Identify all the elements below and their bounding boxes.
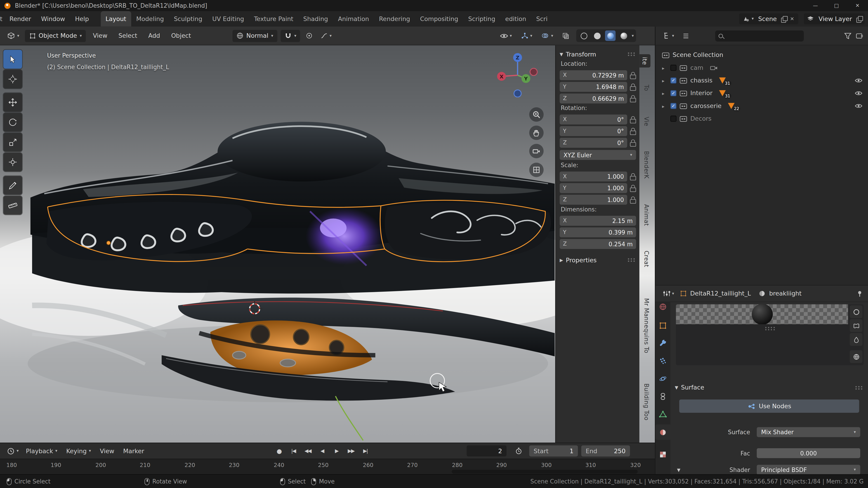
- rotation-mode-select[interactable]: XYZ Euler▾: [560, 150, 636, 160]
- current-frame-field[interactable]: 2: [467, 445, 506, 456]
- transform-orientation-select[interactable]: Normal ▾: [232, 30, 277, 42]
- gizmos-toggle-button[interactable]: ▾: [519, 30, 534, 42]
- breadcrumb-object-name[interactable]: DeltaR12_taillight_L: [690, 290, 751, 297]
- menu-marker[interactable]: Marker: [119, 447, 148, 455]
- maximize-button[interactable]: □: [826, 0, 847, 11]
- menu-select[interactable]: Select: [115, 32, 141, 39]
- shading-solid-button[interactable]: [592, 31, 602, 41]
- proportional-editing-button[interactable]: [304, 30, 315, 42]
- fac-value-field[interactable]: 0.000: [757, 448, 860, 458]
- lock-icon[interactable]: [629, 184, 636, 192]
- location-x-field[interactable]: X0.72929 m: [560, 70, 627, 80]
- workspace-tab-texture-paint[interactable]: Texture Paint: [249, 11, 298, 27]
- measure-tool[interactable]: [3, 196, 22, 215]
- workspace-tab-edition[interactable]: edition: [500, 11, 531, 27]
- menu-help[interactable]: Help: [70, 15, 94, 22]
- menu-object[interactable]: Object: [167, 32, 195, 39]
- new-collection-icon[interactable]: [856, 32, 864, 39]
- sidebar-tab-mr-mannequins[interactable]: Mr Mannequins To: [641, 295, 652, 356]
- scene-name[interactable]: Scene: [756, 15, 779, 22]
- menu-playback[interactable]: Playback▾: [22, 447, 61, 455]
- outliner-row-carosserie[interactable]: ▸ ✓ carosserie 22: [655, 100, 868, 112]
- shading-rendered-button[interactable]: [618, 31, 629, 41]
- collection-checkbox[interactable]: [671, 116, 677, 122]
- show-gizmo-button[interactable]: ▾: [498, 30, 514, 42]
- menu-edit-truncated[interactable]: t: [0, 15, 4, 22]
- sidebar-tab-animat[interactable]: Animat: [641, 201, 652, 229]
- scale-x-field[interactable]: X1.000: [560, 171, 627, 181]
- lock-icon[interactable]: [629, 94, 636, 102]
- sidebar-tab-blenderkit[interactable]: BlenderK: [641, 148, 652, 182]
- timeline-editor-type-button[interactable]: ▾: [4, 445, 21, 457]
- new-scene-icon[interactable]: [781, 16, 786, 22]
- properties-editor-type-button[interactable]: ▾: [660, 287, 676, 300]
- location-z-field[interactable]: Z0.66629 m: [560, 93, 627, 103]
- properties-tab-modifiers[interactable]: [655, 335, 671, 351]
- properties-tab-material[interactable]: [655, 424, 671, 440]
- rotate-tool[interactable]: [3, 113, 22, 132]
- rotation-x-field[interactable]: X0°: [560, 114, 627, 124]
- use-nodes-button[interactable]: Use Nodes: [679, 399, 859, 413]
- gizmo-z-label[interactable]: Z: [516, 55, 520, 61]
- transform-tool[interactable]: [3, 153, 22, 171]
- rotation-z-field[interactable]: Z0°: [560, 138, 627, 148]
- properties-tab-physics[interactable]: [655, 371, 671, 386]
- outliner-row-chassis[interactable]: ▸ ✓ chassis 31: [655, 74, 868, 87]
- lock-icon[interactable]: [629, 172, 636, 181]
- breadcrumb-material-name[interactable]: breakliight: [769, 290, 802, 297]
- workspace-tab-animation[interactable]: Animation: [333, 11, 374, 27]
- xray-toggle-button[interactable]: [560, 30, 572, 42]
- workspace-tab-rendering[interactable]: Rendering: [374, 11, 415, 27]
- lock-icon[interactable]: [629, 138, 636, 147]
- shading-wireframe-button[interactable]: [579, 31, 589, 41]
- rotation-y-field[interactable]: Y0°: [560, 126, 627, 136]
- timeline-scrollbar[interactable]: [452, 470, 638, 474]
- scale-tool[interactable]: [3, 133, 22, 152]
- outliner-display-mode-button[interactable]: [680, 30, 692, 42]
- timeline-ruler[interactable]: 180 190 200 210 220 230 240 250 260 270 …: [0, 459, 655, 474]
- properties-tab-constraints[interactable]: [655, 388, 671, 404]
- menu-timeline-view[interactable]: View: [96, 447, 118, 455]
- panel-grip-icon[interactable]: [855, 385, 864, 390]
- camera-view-button[interactable]: [529, 144, 544, 158]
- workspace-tab-shading[interactable]: Shading: [298, 11, 333, 27]
- menu-render[interactable]: Render: [4, 15, 36, 22]
- sidebar-tab-view[interactable]: Vie: [641, 114, 652, 129]
- preview-resize-grip-icon[interactable]: [764, 326, 775, 330]
- panel-grip-icon[interactable]: [627, 52, 636, 57]
- annotate-tool[interactable]: [3, 176, 22, 195]
- play-reverse-button[interactable]: ◀: [315, 445, 329, 456]
- surface-shader-select[interactable]: Mix Shader▾: [757, 427, 860, 437]
- move-tool[interactable]: [3, 93, 22, 111]
- new-view-layer-icon[interactable]: [857, 16, 862, 22]
- scale-y-field[interactable]: Y1.000: [560, 183, 627, 193]
- snap-control[interactable]: ▾: [281, 30, 301, 42]
- sidebar-tab-building[interactable]: Building Too: [641, 381, 652, 423]
- properties-tab-object[interactable]: [655, 318, 671, 333]
- sidebar-tab-tool[interactable]: To: [641, 82, 652, 94]
- eye-icon[interactable]: [855, 91, 862, 96]
- view-layer-icon[interactable]: [806, 15, 814, 23]
- properties-tab-texture[interactable]: [655, 447, 671, 462]
- scale-z-field[interactable]: Z1.000: [560, 195, 627, 204]
- properties-tab-data[interactable]: [655, 406, 671, 422]
- view-layer-name[interactable]: View Layer: [816, 15, 854, 22]
- workspace-tab-uv-editing[interactable]: UV Editing: [207, 11, 249, 27]
- stopwatch-icon[interactable]: [513, 445, 525, 456]
- outliner-row-decors[interactable]: Decors: [655, 112, 868, 125]
- menu-window[interactable]: Window: [36, 15, 70, 22]
- lock-icon[interactable]: [629, 83, 636, 91]
- sidebar-tab-item[interactable]: ite: [640, 54, 651, 68]
- chevron-right-icon[interactable]: ▸: [662, 78, 667, 83]
- pin-icon[interactable]: [856, 290, 864, 297]
- workspace-tab-layout[interactable]: Layout: [101, 11, 131, 27]
- auto-key-record-button[interactable]: ●: [272, 445, 286, 456]
- outliner-row-scene-collection[interactable]: Scene Collection: [655, 49, 868, 61]
- chevron-right-icon[interactable]: ▸: [662, 65, 667, 70]
- workspace-tab-scripting[interactable]: Scripting: [463, 11, 500, 27]
- preview-cloth-button[interactable]: [850, 319, 862, 332]
- shading-material-button[interactable]: [605, 31, 616, 41]
- zoom-button[interactable]: [529, 107, 544, 122]
- workspace-tab-modeling[interactable]: Modeling: [131, 11, 169, 27]
- lock-icon[interactable]: [629, 195, 636, 203]
